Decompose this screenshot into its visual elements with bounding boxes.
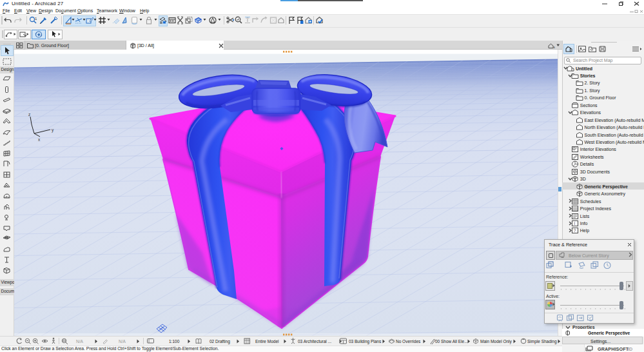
svg-text:z: z xyxy=(28,112,30,117)
svg-text:1: 1 xyxy=(35,17,37,21)
svg-text:?: ? xyxy=(574,229,576,233)
svg-text:a: a xyxy=(553,45,555,49)
